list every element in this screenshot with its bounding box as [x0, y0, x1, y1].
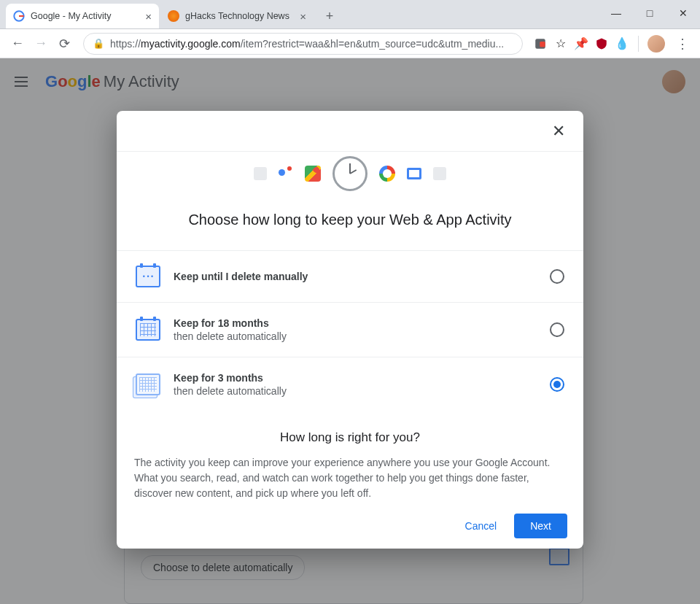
option-keep-manual[interactable]: Keep until I delete manually — [117, 250, 583, 302]
calendar-stack-icon — [136, 373, 160, 395]
radio-unchecked-icon[interactable] — [550, 269, 564, 284]
dialog-title: Choose how long to keep your Web & App A… — [131, 212, 569, 228]
window-controls: — □ ✕ — [599, 0, 700, 26]
dialog-actions: Cancel Next — [117, 503, 583, 549]
url-host: myactivity.google.com — [141, 38, 241, 50]
option-sublabel: then delete automatically — [174, 385, 550, 397]
option-keep-3-months[interactable]: Keep for 3 months then delete automatica… — [117, 357, 583, 411]
assistant-icon — [279, 166, 293, 181]
window-maximize-button[interactable]: □ — [633, 2, 666, 24]
google-favicon-icon — [13, 10, 25, 22]
tab-close-button[interactable]: × — [145, 10, 152, 23]
info-section: How long is right for you? The activity … — [117, 411, 583, 503]
option-text: Keep for 18 months then delete automatic… — [174, 317, 550, 342]
browser-menu-button[interactable]: ⋮ — [671, 32, 694, 55]
ghacks-favicon-icon — [168, 10, 179, 22]
option-label: Keep for 3 months — [174, 372, 550, 384]
option-text: Keep until I delete manually — [174, 271, 550, 282]
clock-icon — [332, 156, 368, 191]
product-icon-faded — [254, 167, 267, 180]
dialog-header: ✕ — [117, 111, 583, 152]
radio-unchecked-icon[interactable] — [550, 322, 564, 337]
tab-active[interactable]: Google - My Activity × — [6, 4, 159, 28]
calendar-grid-icon — [136, 319, 160, 341]
address-bar[interactable]: 🔒 https://myactivity.google.com/item?res… — [83, 33, 523, 55]
nav-back-button[interactable]: ← — [6, 32, 29, 55]
product-icon-faded — [433, 167, 446, 180]
option-label: Keep until I delete manually — [174, 271, 550, 282]
news-icon — [407, 168, 421, 179]
google-g-icon — [379, 166, 395, 182]
dialog-body-scroll[interactable]: Choose how long to keep your Web & App A… — [117, 152, 583, 503]
tab-title: gHacks Technology News — [185, 11, 295, 21]
tab-strip: Google - My Activity × gHacks Technology… — [0, 0, 700, 29]
window-close-button[interactable]: ✕ — [666, 2, 700, 24]
tab-title: Google - My Activity — [31, 11, 141, 21]
nav-reload-button[interactable]: ⟳ — [52, 32, 76, 55]
info-title: How long is right for you? — [134, 430, 566, 445]
nav-forward-button[interactable]: → — [29, 32, 52, 55]
product-icon-row — [117, 156, 583, 191]
extension-drop-icon[interactable]: 💧 — [615, 36, 629, 51]
url-scheme: https:// — [110, 38, 141, 50]
calendar-dots-icon — [136, 266, 160, 287]
next-button[interactable]: Next — [514, 514, 567, 538]
toolbar-right: ☆ 📌 💧 ⋮ — [533, 32, 694, 55]
tab-inactive[interactable]: gHacks Technology News × — [160, 4, 314, 28]
maps-icon — [305, 166, 321, 182]
profile-avatar-icon[interactable] — [648, 35, 665, 53]
option-sublabel: then delete automatically — [174, 330, 550, 342]
window-minimize-button[interactable]: — — [599, 2, 633, 24]
option-label: Keep for 18 months — [174, 317, 550, 329]
new-tab-button[interactable]: + — [319, 6, 340, 26]
option-keep-18-months[interactable]: Keep for 18 months then delete automatic… — [117, 302, 583, 357]
extension-pin-icon[interactable]: 📌 — [574, 36, 588, 51]
info-body: The activity you keep can improve your e… — [134, 455, 566, 501]
radio-checked-icon[interactable] — [550, 377, 564, 392]
option-text: Keep for 3 months then delete automatica… — [174, 372, 550, 397]
browser-toolbar: ← → ⟳ 🔒 https://myactivity.google.com/it… — [0, 29, 700, 58]
ublock-icon[interactable] — [594, 36, 609, 51]
url-path: /item?restrict=waa&hl=en&utm_source=udc&… — [241, 38, 504, 50]
svg-rect-2 — [540, 42, 545, 47]
toolbar-divider — [638, 36, 639, 52]
translate-icon[interactable] — [533, 36, 548, 51]
cancel-button[interactable]: Cancel — [458, 514, 505, 538]
lock-icon: 🔒 — [93, 38, 104, 49]
dialog-close-button[interactable]: ✕ — [548, 121, 569, 142]
star-bookmark-icon[interactable]: ☆ — [553, 36, 568, 51]
retention-dialog: ✕ Choose how long to keep your Web & App… — [117, 111, 583, 549]
tab-close-button[interactable]: × — [300, 10, 306, 23]
